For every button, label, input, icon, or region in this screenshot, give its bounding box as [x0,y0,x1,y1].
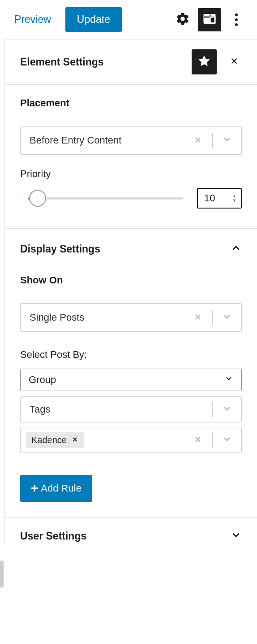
close-icon [71,436,78,443]
clear-icon [193,435,202,444]
settings-button[interactable] [171,8,194,31]
priority-slider[interactable] [28,197,184,200]
panel-title: Element Settings [20,56,192,68]
placement-select[interactable]: Before Entry Content [20,126,242,155]
divider [212,310,213,325]
show-on-value: Single Posts [30,312,187,323]
chevron-up-icon [230,242,242,254]
priority-value: 10 [204,192,215,204]
chevron-down-icon [222,311,232,322]
priority-number-input[interactable]: 10 ▲ ▼ [197,188,242,209]
sidebar-panel-button[interactable] [198,8,221,31]
tags-value: Tags [30,404,209,415]
clear-icon [193,313,202,322]
display-settings-title: Display Settings [20,243,100,255]
panel-icon [202,12,217,28]
user-settings-title: User Settings [20,530,86,542]
group-select[interactable]: Group [20,369,242,391]
show-on-clear-button[interactable] [187,310,209,325]
placement-dropdown-toggle[interactable] [216,134,238,147]
tag-value-select[interactable]: Kadence [20,427,242,453]
divider [212,133,213,148]
divider [212,432,213,448]
add-rule-button[interactable]: + Add Rule [20,475,92,502]
tags-dropdown-toggle[interactable] [216,403,238,416]
display-settings-header[interactable]: Display Settings [5,228,257,269]
user-settings-header[interactable]: User Settings [5,517,257,543]
editor-toolbar: Preview Update [0,0,257,39]
placement-section: Placement Before Entry Content Priority … [5,85,257,228]
display-collapse-toggle [230,242,242,256]
chevron-down-icon [222,434,232,444]
close-panel-button[interactable] [226,51,243,73]
priority-control: 10 ▲ ▼ [20,188,242,209]
preview-button[interactable]: Preview [9,10,56,29]
update-button[interactable]: Update [65,7,122,32]
stepper-down-icon: ▼ [232,199,236,203]
user-settings-toggle [230,529,242,543]
slider-thumb[interactable] [29,190,46,207]
more-options-button[interactable] [225,8,248,31]
chevron-down-icon [230,529,242,541]
number-stepper[interactable]: ▲ ▼ [232,194,236,203]
chevron-down-icon [222,134,232,145]
placement-label: Placement [20,97,242,109]
tags-select[interactable]: Tags [20,396,242,422]
divider [212,402,213,417]
chevron-down-icon [224,374,233,386]
gear-icon [176,12,190,28]
placement-value: Before Entry Content [30,135,187,146]
add-rule-label: Add Rule [41,483,81,494]
svg-rect-2 [210,17,215,23]
tag-chip: Kadence [26,432,84,448]
kebab-icon [235,13,238,26]
close-icon [229,56,239,66]
tag-value-dropdown-toggle[interactable] [216,434,238,446]
divider [20,464,242,464]
group-value: Group [29,374,56,386]
show-on-label: Show On [20,274,242,286]
tag-chip-label: Kadence [31,435,67,445]
show-on-dropdown-toggle[interactable] [216,311,238,324]
priority-label: Priority [20,168,242,180]
star-button[interactable] [192,49,217,74]
chevron-down-icon [222,403,232,414]
display-settings-body: Show On Single Posts Select Post By: Gro… [5,269,257,517]
star-icon [197,54,211,70]
plus-icon: + [31,482,38,495]
select-post-by-label: Select Post By: [20,349,242,361]
settings-panel: Element Settings Placement Before Entry … [4,39,257,543]
clear-icon [193,135,202,144]
placement-clear-button[interactable] [187,133,209,148]
stepper-up-icon: ▲ [232,194,236,198]
show-on-select[interactable]: Single Posts [20,303,242,332]
tag-chip-remove[interactable] [71,435,78,445]
tag-value-clear-button[interactable] [187,433,209,447]
panel-header: Element Settings [5,39,257,85]
